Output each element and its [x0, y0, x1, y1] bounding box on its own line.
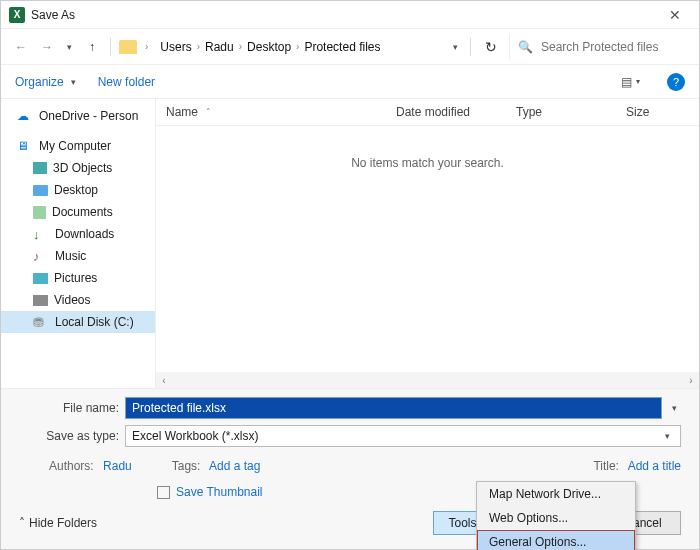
path-dropdown[interactable]: ▾ — [449, 42, 462, 52]
hide-folders-button[interactable]: ˄ Hide Folders — [19, 516, 97, 530]
downloads-icon: ↓ — [33, 227, 49, 241]
separator — [110, 38, 111, 56]
save-thumbnail-label[interactable]: Save Thumbnail — [176, 485, 263, 499]
pictures-icon — [33, 273, 48, 284]
breadcrumb-item[interactable]: Protected files — [304, 40, 380, 54]
authors-label: Authors: — [49, 459, 94, 473]
refresh-button[interactable]: ↻ — [479, 39, 503, 55]
menu-web-options[interactable]: Web Options... — [477, 506, 635, 530]
computer-icon: 🖥 — [17, 139, 33, 153]
back-button[interactable]: ← — [11, 37, 31, 57]
breadcrumb-sep: › — [143, 41, 150, 52]
tools-menu: Map Network Drive... Web Options... Gene… — [476, 481, 636, 550]
toolbar: Organize ▾ New folder ▤ ▾ ? — [1, 65, 699, 99]
history-dropdown[interactable]: ▾ — [63, 42, 76, 52]
scroll-track[interactable] — [172, 374, 683, 386]
disk-icon: ⛃ — [33, 315, 49, 329]
folder-icon — [119, 40, 137, 54]
search-icon: 🔍 — [518, 40, 533, 54]
view-options-button[interactable]: ▤ ▾ — [619, 71, 645, 93]
breadcrumb-item[interactable]: Radu — [205, 40, 234, 54]
tree-downloads[interactable]: ↓ Downloads — [1, 223, 155, 245]
save-as-dialog: X Save As ✕ ← → ▾ ↑ › Users › Radu › Des… — [0, 0, 700, 550]
menu-map-network-drive[interactable]: Map Network Drive... — [477, 482, 635, 506]
new-folder-button[interactable]: New folder — [98, 75, 155, 89]
chevron-down-icon: ▾ — [661, 431, 674, 441]
save-thumbnail-checkbox[interactable] — [157, 486, 170, 499]
sort-asc-icon: ˄ — [206, 107, 211, 117]
tree-localdisk[interactable]: ⛃ Local Disk (C:) — [1, 311, 155, 333]
tags-label: Tags: — [172, 459, 201, 473]
chevron-down-icon: ▾ — [632, 77, 644, 86]
savetype-combo[interactable]: Excel Workbook (*.xlsx) ▾ — [125, 425, 681, 447]
folder-icon — [33, 185, 48, 196]
col-date-header[interactable]: Date modified — [386, 99, 506, 125]
filename-dropdown[interactable]: ▾ — [668, 403, 681, 413]
chevron-up-icon: ˄ — [19, 516, 25, 530]
tree-desktop[interactable]: Desktop — [1, 179, 155, 201]
title-value[interactable]: Add a title — [628, 459, 681, 473]
scroll-left-icon[interactable]: ‹ — [156, 375, 172, 386]
organize-button[interactable]: Organize ▾ — [15, 75, 80, 89]
tags-value[interactable]: Add a tag — [209, 459, 260, 473]
view-icon: ▤ — [621, 75, 632, 89]
file-list: Name ˄ Date modified Type Size No items … — [156, 99, 699, 388]
menu-general-options[interactable]: General Options... — [477, 530, 635, 550]
nav-tree: ☁ OneDrive - Person 🖥 My Computer 3D Obj… — [1, 99, 156, 388]
filename-label: File name: — [19, 401, 119, 415]
tree-documents[interactable]: Documents — [1, 201, 155, 223]
titlebar: X Save As ✕ — [1, 1, 699, 29]
cloud-icon: ☁ — [17, 109, 33, 123]
tree-videos[interactable]: Videos — [1, 289, 155, 311]
3d-icon — [33, 162, 47, 174]
tree-mycomputer[interactable]: 🖥 My Computer — [1, 135, 155, 157]
tree-3dobjects[interactable]: 3D Objects — [1, 157, 155, 179]
title-label: Title: — [593, 459, 619, 473]
breadcrumb-item[interactable]: Users — [160, 40, 191, 54]
dialog-title: Save As — [31, 8, 655, 22]
empty-message: No items match your search. — [156, 126, 699, 372]
help-button[interactable]: ? — [667, 73, 685, 91]
horizontal-scrollbar[interactable]: ‹ › — [156, 372, 699, 388]
up-button[interactable]: ↑ — [82, 37, 102, 57]
documents-icon — [33, 206, 46, 219]
column-headers: Name ˄ Date modified Type Size — [156, 99, 699, 126]
savetype-label: Save as type: — [19, 429, 119, 443]
breadcrumb-item[interactable]: Desktop — [247, 40, 291, 54]
excel-icon: X — [9, 7, 25, 23]
music-icon: ♪ — [33, 249, 49, 263]
scroll-right-icon[interactable]: › — [683, 375, 699, 386]
search-box[interactable]: 🔍 — [509, 34, 689, 60]
col-size-header[interactable]: Size — [616, 99, 699, 125]
chevron-down-icon: ▾ — [67, 77, 80, 87]
videos-icon — [33, 295, 48, 306]
col-name-header[interactable]: Name ˄ — [156, 99, 386, 125]
tree-onedrive[interactable]: ☁ OneDrive - Person — [1, 105, 155, 127]
search-input[interactable] — [539, 39, 681, 55]
tree-music[interactable]: ♪ Music — [1, 245, 155, 267]
authors-value[interactable]: Radu — [103, 459, 132, 473]
nav-bar: ← → ▾ ↑ › Users › Radu › Desktop › Prote… — [1, 29, 699, 65]
forward-button[interactable]: → — [37, 37, 57, 57]
col-type-header[interactable]: Type — [506, 99, 616, 125]
breadcrumb[interactable]: Users › Radu › Desktop › Protected files — [156, 40, 443, 54]
close-button[interactable]: ✕ — [655, 1, 695, 28]
filename-input[interactable] — [125, 397, 662, 419]
separator — [470, 38, 471, 56]
tree-pictures[interactable]: Pictures — [1, 267, 155, 289]
main-area: ☁ OneDrive - Person 🖥 My Computer 3D Obj… — [1, 99, 699, 388]
